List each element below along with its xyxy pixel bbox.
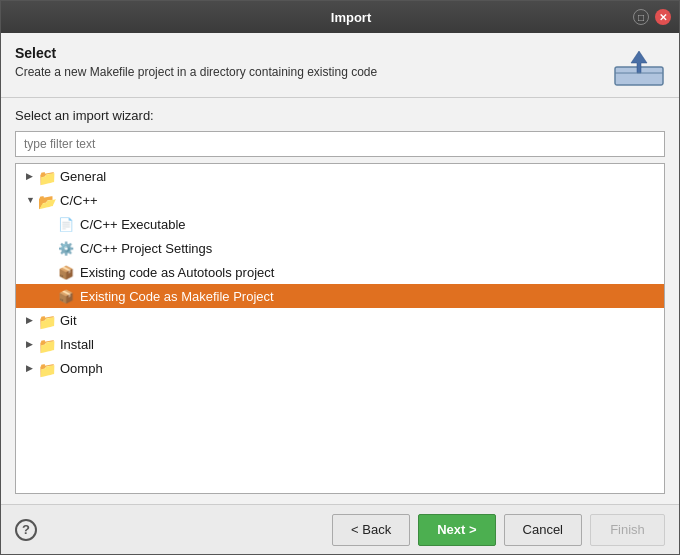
back-button[interactable]: < Back bbox=[332, 514, 410, 546]
footer-buttons: < Back Next > Cancel Finish bbox=[332, 514, 665, 546]
item-icon-makefile: 📦 bbox=[58, 289, 76, 303]
tree-label-oomph: Oomph bbox=[60, 361, 103, 376]
next-button[interactable]: Next > bbox=[418, 514, 495, 546]
folder-icon-general: 📁 bbox=[38, 169, 56, 183]
filter-input[interactable] bbox=[15, 131, 665, 157]
tree-item-cpp-exec[interactable]: 📄 C/C++ Executable bbox=[16, 212, 664, 236]
minimize-button[interactable]: □ bbox=[633, 9, 649, 25]
tree-item-autotools[interactable]: 📦 Existing code as Autotools project bbox=[16, 260, 664, 284]
import-icon bbox=[613, 45, 665, 87]
tree-item-oomph[interactable]: ▶ 📁 Oomph bbox=[16, 356, 664, 380]
footer-left: ? bbox=[15, 519, 37, 541]
tree-label-cpp-proj: C/C++ Project Settings bbox=[80, 241, 212, 256]
expand-arrow-cpp: ▼ bbox=[26, 195, 38, 205]
tree-label-general: General bbox=[60, 169, 106, 184]
tree-item-git[interactable]: ▶ 📁 Git bbox=[16, 308, 664, 332]
tree-container[interactable]: ▶ 📁 General ▼ 📂 C/C++ 📄 C/C++ Executab bbox=[15, 163, 665, 494]
tree-label-autotools: Existing code as Autotools project bbox=[80, 265, 274, 280]
titlebar-controls: □ ✕ bbox=[633, 9, 671, 25]
tree-item-makefile[interactable]: 📦 Existing Code as Makefile Project bbox=[16, 284, 664, 308]
tree-item-cpp-proj[interactable]: ⚙️ C/C++ Project Settings bbox=[16, 236, 664, 260]
dialog-content: Select Create a new Makefile project in … bbox=[1, 33, 679, 504]
wizard-label: Select an import wizard: bbox=[15, 108, 665, 123]
cancel-button[interactable]: Cancel bbox=[504, 514, 582, 546]
header-description: Create a new Makefile project in a direc… bbox=[15, 65, 613, 79]
tree-label-git: Git bbox=[60, 313, 77, 328]
folder-icon-cpp: 📂 bbox=[38, 193, 56, 207]
expand-arrow-oomph: ▶ bbox=[26, 363, 38, 373]
expand-arrow-git: ▶ bbox=[26, 315, 38, 325]
expand-arrow-general: ▶ bbox=[26, 171, 38, 181]
close-button[interactable]: ✕ bbox=[655, 9, 671, 25]
tree-label-makefile: Existing Code as Makefile Project bbox=[80, 289, 274, 304]
wizard-section: Select an import wizard: ▶ 📁 General ▼ 📂… bbox=[1, 98, 679, 504]
help-button[interactable]: ? bbox=[15, 519, 37, 541]
footer: ? < Back Next > Cancel Finish bbox=[1, 504, 679, 554]
titlebar: Import □ ✕ bbox=[1, 1, 679, 33]
folder-icon-install: 📁 bbox=[38, 337, 56, 351]
header-title: Select bbox=[15, 45, 613, 61]
import-dialog: Import □ ✕ Select Create a new Makefile … bbox=[0, 0, 680, 555]
item-icon-autotools: 📦 bbox=[58, 265, 76, 279]
folder-icon-oomph: 📁 bbox=[38, 361, 56, 375]
tree-label-cpp-exec: C/C++ Executable bbox=[80, 217, 186, 232]
tree-item-cpp[interactable]: ▼ 📂 C/C++ bbox=[16, 188, 664, 212]
expand-arrow-install: ▶ bbox=[26, 339, 38, 349]
finish-button[interactable]: Finish bbox=[590, 514, 665, 546]
tree-label-cpp: C/C++ bbox=[60, 193, 98, 208]
tree-item-general[interactable]: ▶ 📁 General bbox=[16, 164, 664, 188]
item-icon-cpp-exec: 📄 bbox=[58, 217, 76, 231]
header-text: Select Create a new Makefile project in … bbox=[15, 45, 613, 79]
window-title: Import bbox=[69, 10, 633, 25]
tree-label-install: Install bbox=[60, 337, 94, 352]
header-section: Select Create a new Makefile project in … bbox=[1, 33, 679, 98]
tree-item-install[interactable]: ▶ 📁 Install bbox=[16, 332, 664, 356]
item-icon-cpp-proj: ⚙️ bbox=[58, 241, 76, 255]
folder-icon-git: 📁 bbox=[38, 313, 56, 327]
